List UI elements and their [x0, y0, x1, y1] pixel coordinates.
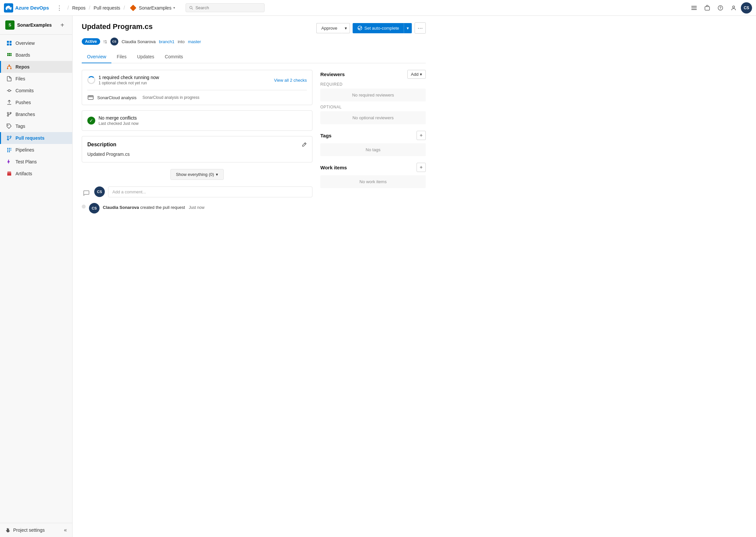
description-edit-btn[interactable]	[302, 142, 307, 147]
main-content: Updated Program.cs Approve ▾ Set auto-co…	[72, 16, 756, 537]
sidebar-item-overview-label: Overview	[16, 41, 35, 46]
tags-add-btn[interactable]: +	[417, 131, 426, 140]
work-items-add-btn[interactable]: +	[417, 163, 426, 172]
repo-chevron-icon: ▾	[173, 6, 175, 10]
sidebar-item-commits[interactable]: Commits	[0, 85, 72, 97]
repo-diamond-icon	[130, 5, 137, 11]
check-header-left: 1 required check running now 1 optional …	[87, 75, 159, 85]
check-spinner	[87, 76, 95, 84]
tab-files[interactable]: Files	[111, 51, 132, 63]
sonarcloud-name: SonarCloud analysis	[97, 95, 137, 100]
sidebar-item-test-plans[interactable]: Test Plans	[0, 156, 72, 168]
sidebar-header: S SonarExamples +	[0, 16, 72, 35]
app-logo[interactable]: Azure DevOps	[4, 3, 49, 13]
sidebar-item-files[interactable]: Files	[0, 73, 72, 85]
tags-empty: No tags	[320, 143, 426, 156]
commits-icon	[6, 88, 12, 94]
sonarcloud-status: SonarCloud analysis in progress	[142, 95, 199, 100]
nav-more-dots[interactable]: ⋮	[54, 3, 64, 13]
sidebar-add-btn[interactable]: +	[58, 21, 67, 30]
pr-source-branch[interactable]: branch1	[159, 39, 174, 44]
main-layout: S SonarExamples + Overview Boards	[0, 16, 756, 537]
svg-rect-10	[10, 41, 12, 43]
pr-body: 1 required check running now 1 optional …	[82, 70, 426, 218]
sidebar-item-branches[interactable]: Branches	[0, 108, 72, 120]
show-everything-chevron: ▾	[216, 172, 218, 177]
more-actions-btn[interactable]: ⋯	[415, 22, 426, 34]
list-icon-btn[interactable]	[688, 2, 700, 14]
top-navigation: Azure DevOps ⋮ / Repos / Pull requests /…	[0, 0, 756, 16]
optional-reviewers-empty: No optional reviewers	[320, 111, 426, 124]
svg-rect-2	[692, 6, 697, 7]
pr-title: Updated Program.cs	[82, 22, 152, 31]
activity-action-text: created the pull request	[140, 205, 185, 210]
show-everything-label: Show everything (0)	[176, 172, 214, 177]
search-input[interactable]	[195, 5, 261, 10]
user-avatar[interactable]: CS	[741, 2, 752, 14]
pipelines-icon	[6, 147, 12, 153]
settings-icon	[5, 527, 11, 533]
sidebar-item-repos[interactable]: Repos	[0, 61, 72, 73]
search-box[interactable]	[186, 3, 265, 12]
merge-card: ✓ No merge conflicts Last checked Just n…	[82, 110, 313, 131]
reviewers-header: Reviewers Add ▾	[320, 70, 426, 79]
breadcrumb-sep-3: /	[124, 5, 125, 11]
svg-point-19	[7, 112, 9, 114]
sidebar-item-overview[interactable]: Overview	[0, 37, 72, 49]
project-settings-link[interactable]: Project settings	[5, 527, 45, 533]
approve-button-group: Approve ▾	[316, 23, 350, 33]
description-card: Description Updated Program.cs	[82, 136, 313, 162]
sidebar-project[interactable]: S SonarExamples	[5, 21, 52, 30]
sidebar-item-commits-label: Commits	[16, 88, 34, 93]
sidebar: S SonarExamples + Overview Boards	[0, 16, 72, 537]
autocomplete-icon	[357, 26, 362, 30]
tab-updates[interactable]: Updates	[132, 51, 159, 63]
pr-tabs: Overview Files Updates Commits	[82, 51, 426, 63]
description-title: Description	[87, 142, 116, 147]
svg-point-15	[10, 68, 12, 69]
sidebar-item-boards-label: Boards	[16, 52, 30, 58]
bag-icon-btn[interactable]	[701, 2, 713, 14]
approve-dropdown-btn[interactable]: ▾	[342, 23, 350, 33]
pr-author-name: Claudia Sonarova	[122, 39, 155, 44]
pushes-icon	[6, 100, 12, 105]
repo-name: SonarExamples	[139, 5, 171, 11]
svg-rect-11	[7, 44, 9, 45]
breadcrumb-sep-1: /	[67, 5, 69, 11]
azure-devops-icon	[4, 3, 13, 13]
required-reviewers-empty: No required reviewers	[320, 89, 426, 102]
tab-commits[interactable]: Commits	[159, 51, 188, 63]
breadcrumb-pull-requests[interactable]: Pull requests	[94, 5, 120, 11]
sidebar-item-artifacts[interactable]: Artifacts	[0, 168, 72, 180]
branches-icon	[6, 111, 12, 117]
comment-input[interactable]: Add a comment...	[108, 186, 313, 197]
sidebar-item-tags[interactable]: Tags	[0, 120, 72, 132]
tab-overview[interactable]: Overview	[82, 51, 111, 63]
sidebar-item-boards[interactable]: Boards	[0, 49, 72, 61]
person-icon-btn[interactable]	[728, 2, 739, 14]
show-everything-btn[interactable]: Show everything (0) ▾	[170, 169, 224, 180]
reviewers-add-chevron: ▾	[420, 72, 422, 77]
repo-selector[interactable]: SonarExamples ▾	[128, 4, 178, 12]
sidebar-item-pull-requests[interactable]: Pull requests	[0, 132, 72, 144]
sonarcloud-icon	[87, 94, 94, 101]
view-all-checks-link[interactable]: View all 2 checks	[274, 78, 307, 83]
comment-area: CS Add a comment...	[82, 186, 313, 198]
breadcrumb-repos[interactable]: Repos	[72, 5, 85, 11]
person-icon	[731, 5, 736, 11]
test-plans-icon	[6, 159, 12, 165]
approve-button[interactable]: Approve	[316, 23, 342, 33]
merge-check-icon: ✓	[87, 117, 95, 125]
pr-id: !1	[104, 39, 107, 44]
sidebar-collapse-btn[interactable]: «	[64, 527, 67, 533]
autocomplete-dropdown-btn[interactable]: ▾	[404, 23, 412, 33]
merge-card-inner: ✓ No merge conflicts Last checked Just n…	[82, 111, 312, 131]
sidebar-item-pushes[interactable]: Pushes	[0, 97, 72, 108]
autocomplete-button[interactable]: Set auto-complete	[353, 23, 404, 33]
help-icon-btn[interactable]: ?	[714, 2, 726, 14]
sidebar-item-tags-label: Tags	[16, 124, 25, 129]
sidebar-item-pipelines[interactable]: Pipelines	[0, 144, 72, 156]
reviewers-add-btn[interactable]: Add ▾	[407, 70, 426, 79]
pr-target-branch[interactable]: master	[188, 39, 201, 44]
activity-dot	[82, 205, 86, 209]
